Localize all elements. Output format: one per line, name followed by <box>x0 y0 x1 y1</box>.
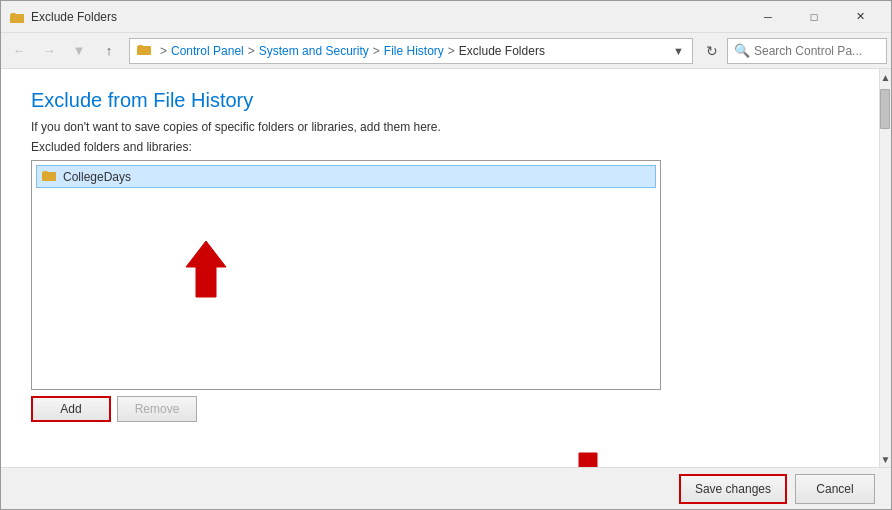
breadcrumb-control-panel[interactable]: Control Panel <box>171 44 244 58</box>
addressbar: ← → ▼ ↑ > Control Panel > System and Sec… <box>1 33 891 69</box>
folder-name: CollegeDays <box>63 170 131 184</box>
list-item[interactable]: CollegeDays <box>36 165 656 188</box>
main-area: Exclude from File History If you don't w… <box>1 69 891 467</box>
svg-rect-1 <box>137 46 151 55</box>
search-icon: 🔍 <box>734 43 750 58</box>
save-changes-button[interactable]: Save changes <box>679 474 787 504</box>
remove-button[interactable]: Remove <box>117 396 197 422</box>
breadcrumb-sep-2: > <box>373 44 380 58</box>
minimize-button[interactable]: ─ <box>745 1 791 33</box>
page-description: If you don't want to save copies of spec… <box>31 120 849 134</box>
svg-rect-2 <box>42 172 56 181</box>
scroll-up-button[interactable]: ▲ <box>880 69 891 85</box>
main-window: Exclude Folders ─ □ ✕ ← → ▼ ↑ > Control … <box>0 0 892 510</box>
page-title: Exclude from File History <box>31 89 849 112</box>
folder-list-box: CollegeDays <box>31 160 661 390</box>
titlebar: Exclude Folders ─ □ ✕ <box>1 1 891 33</box>
breadcrumb-system-security[interactable]: System and Security <box>259 44 369 58</box>
svg-rect-0 <box>10 14 24 23</box>
search-input[interactable] <box>754 44 892 58</box>
breadcrumb-file-history[interactable]: File History <box>384 44 444 58</box>
back-button[interactable]: ← <box>5 37 33 65</box>
breadcrumb-dropdown-button[interactable]: ▼ <box>671 45 686 57</box>
section-label: Excluded folders and libraries: <box>31 140 849 154</box>
list-actions: Add Remove <box>31 396 661 422</box>
window-icon <box>9 9 25 25</box>
breadcrumb-sep-3: > <box>448 44 455 58</box>
add-button[interactable]: Add <box>31 396 111 422</box>
window-controls: ─ □ ✕ <box>745 1 883 33</box>
annotation-down-arrow <box>561 449 616 467</box>
scroll-track <box>880 85 891 451</box>
window-title: Exclude Folders <box>31 10 745 24</box>
folder-icon <box>41 168 57 185</box>
search-box: 🔍 <box>727 38 887 64</box>
scroll-thumb[interactable] <box>880 89 890 129</box>
breadcrumb-sep-1: > <box>248 44 255 58</box>
content-pane: Exclude from File History If you don't w… <box>1 69 879 467</box>
recent-button[interactable]: ▼ <box>65 37 93 65</box>
breadcrumb: > Control Panel > System and Security > … <box>129 38 693 64</box>
svg-marker-5 <box>566 453 610 467</box>
maximize-button[interactable]: □ <box>791 1 837 33</box>
forward-button[interactable]: → <box>35 37 63 65</box>
scroll-down-button[interactable]: ▼ <box>880 451 891 467</box>
refresh-button[interactable]: ↻ <box>699 38 725 64</box>
close-button[interactable]: ✕ <box>837 1 883 33</box>
bottom-bar: Save changes Cancel <box>1 467 891 509</box>
scrollbar: ▲ ▼ <box>879 69 891 467</box>
up-button[interactable]: ↑ <box>95 37 123 65</box>
breadcrumb-exclude-folders: Exclude Folders <box>459 44 545 58</box>
breadcrumb-folder-icon <box>136 42 152 59</box>
breadcrumb-dropdown: ▼ <box>671 45 686 57</box>
breadcrumb-sep-0: > <box>160 44 167 58</box>
cancel-button[interactable]: Cancel <box>795 474 875 504</box>
